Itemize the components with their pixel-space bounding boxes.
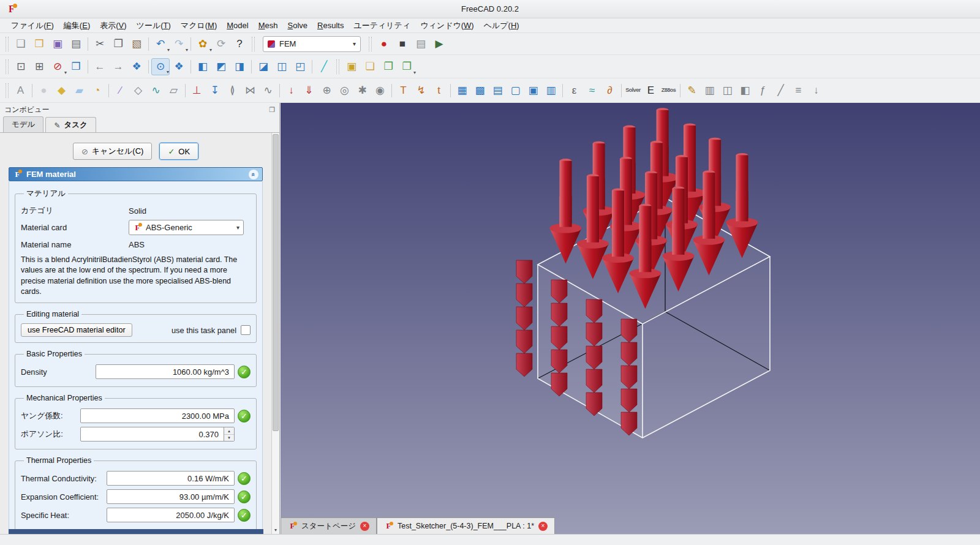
- poisson-ratio-spinbox[interactable]: 0.370 ▴▾: [80, 427, 235, 442]
- element-geometry-2d-icon[interactable]: ▱: [165, 81, 183, 100]
- element-fluid-1d-icon[interactable]: ∿: [147, 81, 165, 100]
- constraint-contact-icon[interactable]: ≬: [224, 81, 241, 100]
- constraint-temperature-icon[interactable]: T: [394, 81, 412, 100]
- youngs-modulus-field[interactable]: 2300.00 MPa: [80, 408, 235, 423]
- new-document-icon[interactable]: ❑: [12, 36, 30, 53]
- workbench-tools-icon[interactable]: ✿▾: [194, 36, 212, 53]
- density-field[interactable]: 1060.00 kg/m^3: [96, 364, 235, 379]
- mesh-boundary-layer-icon[interactable]: ▤: [489, 81, 507, 100]
- document-tab-1[interactable]: FTest_Sketcher_(5-4-3)_FEM___PLA : 1*×: [377, 517, 555, 534]
- material-solid-icon[interactable]: ●: [35, 81, 53, 100]
- bounding-box-icon[interactable]: ❒: [67, 58, 85, 75]
- spin-up-icon[interactable]: ▴: [224, 427, 234, 435]
- draw-style-icon[interactable]: ⊘▾: [48, 58, 67, 75]
- menu-item-11[interactable]: ヘルプ(H): [479, 18, 524, 33]
- menu-item-3[interactable]: ツール(T): [132, 18, 176, 33]
- view-isometric-icon[interactable]: ❖: [170, 58, 188, 75]
- scrollbar-thumb[interactable]: [273, 134, 279, 431]
- close-icon[interactable]: ×: [360, 522, 369, 531]
- collapse-icon[interactable]: «: [249, 170, 258, 179]
- constraint-initial-temperature-icon[interactable]: t: [430, 81, 448, 100]
- solver-elmer-icon[interactable]: E: [642, 81, 660, 100]
- view-bottom-icon[interactable]: ◫: [273, 58, 291, 75]
- nav-forward-icon[interactable]: →: [109, 58, 127, 75]
- material-card-combo[interactable]: F ABS-Generic ▾: [129, 220, 244, 235]
- ok-button[interactable]: ✓ OK: [159, 143, 198, 160]
- menu-item-8[interactable]: Results: [312, 19, 349, 32]
- mesh-to-mesh-icon[interactable]: ▥: [542, 81, 560, 100]
- collapsed-section-bar[interactable]: [9, 529, 263, 534]
- material-fluid-icon[interactable]: ◆: [53, 81, 70, 100]
- material-variable-icon[interactable]: ▰: [70, 81, 88, 100]
- value-field[interactable]: 2050.00 J/kg/K: [107, 508, 235, 522]
- constraint-selfweight-icon[interactable]: ⊕: [318, 81, 336, 100]
- constraint-spring-icon[interactable]: ∿: [259, 81, 277, 100]
- post-pipeline-icon[interactable]: ▥: [701, 81, 718, 100]
- open-document-icon[interactable]: ❒: [30, 36, 48, 53]
- view-front-icon[interactable]: ◧: [194, 58, 212, 75]
- fem-analysis-icon[interactable]: A: [12, 81, 29, 100]
- menu-item-4[interactable]: マクロ(M): [176, 18, 222, 33]
- fem-material-header[interactable]: F FEM material «: [9, 167, 263, 181]
- mesh-netgen-icon[interactable]: ▦: [453, 81, 471, 100]
- constraint-heatflux-icon[interactable]: ↯: [412, 81, 430, 100]
- use-task-panel-checkbox[interactable]: [241, 325, 251, 335]
- value-field[interactable]: 93.00 µm/m/K: [107, 489, 235, 504]
- spin-down-icon[interactable]: ▾: [224, 435, 234, 442]
- constraint-tie-icon[interactable]: ⋈: [241, 81, 259, 100]
- menu-item-0[interactable]: ファイル(F): [6, 18, 59, 33]
- mesh-gmsh-icon[interactable]: ▩: [471, 81, 489, 100]
- macro-record-icon[interactable]: ●: [375, 36, 393, 53]
- menu-item-10[interactable]: ウィンドウ(W): [415, 18, 478, 33]
- material-editor-icon[interactable]: ◔: [88, 81, 106, 100]
- value-field[interactable]: 0.16 W/m/K: [107, 471, 235, 486]
- element-rotation-1d-icon[interactable]: ◇: [129, 81, 147, 100]
- macro-stop-icon[interactable]: ■: [393, 36, 412, 53]
- menu-item-5[interactable]: Model: [222, 19, 253, 32]
- undo-icon[interactable]: ↶▾: [151, 36, 170, 53]
- equation-elasticity-icon[interactable]: ε: [565, 81, 583, 100]
- view-top-icon[interactable]: ◩: [212, 58, 230, 75]
- macro-play-icon[interactable]: ▶: [430, 36, 448, 53]
- whats-this-icon[interactable]: ?: [230, 36, 249, 53]
- cancel-button[interactable]: ⊘ キャンセル(C): [73, 143, 152, 160]
- solver-z88-icon[interactable]: Z88os: [660, 81, 677, 100]
- fit-selection-icon[interactable]: ⊞: [30, 58, 48, 75]
- constraint-bearing-icon[interactable]: ◎: [336, 81, 353, 100]
- scroll-down-icon[interactable]: ▾: [272, 526, 279, 533]
- menu-item-6[interactable]: Mesh: [254, 19, 283, 32]
- constraint-pulley-icon[interactable]: ◉: [371, 81, 389, 100]
- equation-flow-icon[interactable]: ≈: [583, 81, 601, 100]
- workbench-selector[interactable]: FEM▾: [263, 36, 361, 52]
- constraint-force-icon[interactable]: ↓: [282, 81, 300, 100]
- float-panel-icon[interactable]: ❐: [269, 106, 275, 114]
- mesh-region-icon[interactable]: ▢: [507, 81, 524, 100]
- measure-distance-icon[interactable]: ╱: [315, 58, 333, 75]
- redo-icon[interactable]: ↷▾: [170, 36, 188, 53]
- paste-icon[interactable]: ▧: [127, 36, 146, 53]
- document-tab-0[interactable]: Fスタートページ×: [281, 517, 377, 534]
- menu-item-7[interactable]: Solve: [283, 19, 313, 32]
- element-geometry-1d-icon[interactable]: ∕: [111, 81, 129, 100]
- fit-all-icon[interactable]: ⊡: [12, 58, 30, 75]
- create-group-icon[interactable]: ❏: [361, 58, 379, 75]
- tab-model[interactable]: モデル: [3, 116, 43, 132]
- view-rear-icon[interactable]: ◪: [254, 58, 273, 75]
- results-edit-icon[interactable]: ✎: [683, 81, 701, 100]
- constraint-displacement-icon[interactable]: ↧: [206, 81, 224, 100]
- solver-calculix-icon[interactable]: Solver: [624, 81, 642, 100]
- menu-item-1[interactable]: 編集(E): [59, 18, 95, 33]
- equation-heat-icon[interactable]: ∂: [601, 81, 619, 100]
- constraint-pressure-icon[interactable]: ⇓: [300, 81, 318, 100]
- post-thermometer-icon[interactable]: ↓: [807, 81, 825, 100]
- menu-item-2[interactable]: 表示(V): [95, 18, 131, 33]
- material-editor-button[interactable]: use FreeCAD material editor: [21, 323, 132, 337]
- create-part-icon[interactable]: ▣: [342, 58, 361, 75]
- link-actions-icon[interactable]: ❐▾: [398, 58, 416, 75]
- post-functions-icon[interactable]: ƒ: [754, 81, 772, 100]
- macros-dialog-icon[interactable]: ▤: [412, 36, 430, 53]
- close-icon[interactable]: ×: [538, 522, 548, 531]
- post-linearized-stresses-icon[interactable]: ≡: [790, 81, 807, 100]
- vertical-scrollbar[interactable]: ▾: [271, 133, 279, 534]
- cut-icon[interactable]: ✂: [91, 36, 109, 53]
